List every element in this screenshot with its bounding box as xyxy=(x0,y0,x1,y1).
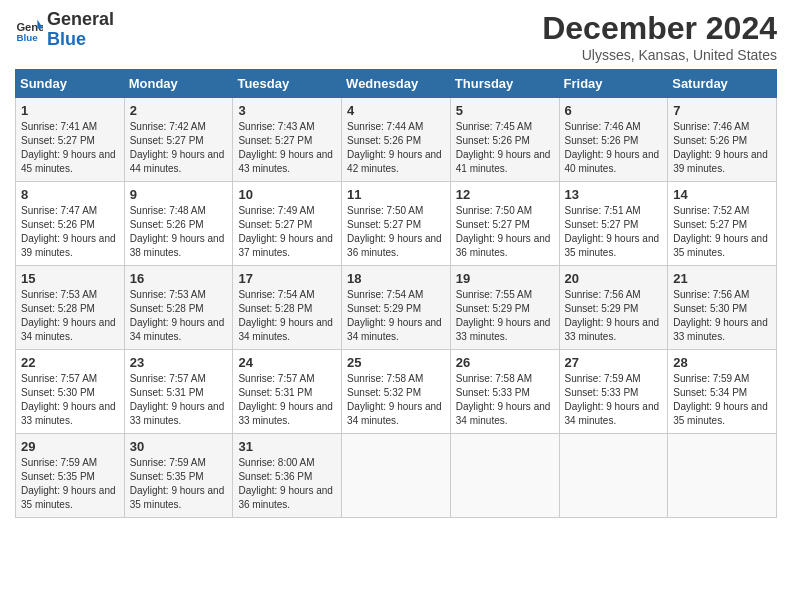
day-number: 6 xyxy=(565,103,663,118)
day-info: Sunrise: 7:43 AM Sunset: 5:27 PM Dayligh… xyxy=(238,120,336,176)
page-header: General Blue General Blue December 2024 … xyxy=(15,10,777,63)
day-cell: 13Sunrise: 7:51 AM Sunset: 5:27 PM Dayli… xyxy=(559,182,668,266)
day-cell: 20Sunrise: 7:56 AM Sunset: 5:29 PM Dayli… xyxy=(559,266,668,350)
week-row-3: 15Sunrise: 7:53 AM Sunset: 5:28 PM Dayli… xyxy=(16,266,777,350)
day-cell: 25Sunrise: 7:58 AM Sunset: 5:32 PM Dayli… xyxy=(342,350,451,434)
day-info: Sunrise: 7:58 AM Sunset: 5:32 PM Dayligh… xyxy=(347,372,445,428)
col-header-thursday: Thursday xyxy=(450,70,559,98)
day-info: Sunrise: 7:52 AM Sunset: 5:27 PM Dayligh… xyxy=(673,204,771,260)
day-number: 27 xyxy=(565,355,663,370)
day-cell: 18Sunrise: 7:54 AM Sunset: 5:29 PM Dayli… xyxy=(342,266,451,350)
day-number: 7 xyxy=(673,103,771,118)
logo: General Blue General Blue xyxy=(15,10,114,50)
day-info: Sunrise: 7:48 AM Sunset: 5:26 PM Dayligh… xyxy=(130,204,228,260)
week-row-5: 29Sunrise: 7:59 AM Sunset: 5:35 PM Dayli… xyxy=(16,434,777,518)
day-cell xyxy=(450,434,559,518)
day-cell: 10Sunrise: 7:49 AM Sunset: 5:27 PM Dayli… xyxy=(233,182,342,266)
day-info: Sunrise: 7:46 AM Sunset: 5:26 PM Dayligh… xyxy=(565,120,663,176)
day-cell xyxy=(342,434,451,518)
day-info: Sunrise: 7:57 AM Sunset: 5:31 PM Dayligh… xyxy=(238,372,336,428)
day-cell: 15Sunrise: 7:53 AM Sunset: 5:28 PM Dayli… xyxy=(16,266,125,350)
day-cell: 24Sunrise: 7:57 AM Sunset: 5:31 PM Dayli… xyxy=(233,350,342,434)
day-info: Sunrise: 7:49 AM Sunset: 5:27 PM Dayligh… xyxy=(238,204,336,260)
day-cell: 31Sunrise: 8:00 AM Sunset: 5:36 PM Dayli… xyxy=(233,434,342,518)
day-number: 26 xyxy=(456,355,554,370)
day-info: Sunrise: 7:44 AM Sunset: 5:26 PM Dayligh… xyxy=(347,120,445,176)
day-number: 31 xyxy=(238,439,336,454)
day-info: Sunrise: 7:45 AM Sunset: 5:26 PM Dayligh… xyxy=(456,120,554,176)
day-info: Sunrise: 7:50 AM Sunset: 5:27 PM Dayligh… xyxy=(347,204,445,260)
day-number: 22 xyxy=(21,355,119,370)
day-cell: 28Sunrise: 7:59 AM Sunset: 5:34 PM Dayli… xyxy=(668,350,777,434)
day-info: Sunrise: 7:58 AM Sunset: 5:33 PM Dayligh… xyxy=(456,372,554,428)
day-info: Sunrise: 7:41 AM Sunset: 5:27 PM Dayligh… xyxy=(21,120,119,176)
day-cell: 26Sunrise: 7:58 AM Sunset: 5:33 PM Dayli… xyxy=(450,350,559,434)
week-row-1: 1Sunrise: 7:41 AM Sunset: 5:27 PM Daylig… xyxy=(16,98,777,182)
day-number: 14 xyxy=(673,187,771,202)
col-header-friday: Friday xyxy=(559,70,668,98)
day-number: 28 xyxy=(673,355,771,370)
day-cell: 29Sunrise: 7:59 AM Sunset: 5:35 PM Dayli… xyxy=(16,434,125,518)
day-cell: 9Sunrise: 7:48 AM Sunset: 5:26 PM Daylig… xyxy=(124,182,233,266)
day-number: 21 xyxy=(673,271,771,286)
day-number: 4 xyxy=(347,103,445,118)
day-number: 3 xyxy=(238,103,336,118)
calendar-table: SundayMondayTuesdayWednesdayThursdayFrid… xyxy=(15,69,777,518)
day-number: 2 xyxy=(130,103,228,118)
day-info: Sunrise: 7:53 AM Sunset: 5:28 PM Dayligh… xyxy=(21,288,119,344)
day-info: Sunrise: 7:47 AM Sunset: 5:26 PM Dayligh… xyxy=(21,204,119,260)
day-number: 13 xyxy=(565,187,663,202)
day-info: Sunrise: 7:50 AM Sunset: 5:27 PM Dayligh… xyxy=(456,204,554,260)
day-number: 9 xyxy=(130,187,228,202)
week-row-4: 22Sunrise: 7:57 AM Sunset: 5:30 PM Dayli… xyxy=(16,350,777,434)
day-number: 8 xyxy=(21,187,119,202)
day-cell xyxy=(559,434,668,518)
day-number: 17 xyxy=(238,271,336,286)
day-number: 20 xyxy=(565,271,663,286)
day-number: 12 xyxy=(456,187,554,202)
day-number: 29 xyxy=(21,439,119,454)
col-header-wednesday: Wednesday xyxy=(342,70,451,98)
day-cell: 3Sunrise: 7:43 AM Sunset: 5:27 PM Daylig… xyxy=(233,98,342,182)
col-header-monday: Monday xyxy=(124,70,233,98)
day-number: 10 xyxy=(238,187,336,202)
day-cell: 1Sunrise: 7:41 AM Sunset: 5:27 PM Daylig… xyxy=(16,98,125,182)
day-info: Sunrise: 7:54 AM Sunset: 5:29 PM Dayligh… xyxy=(347,288,445,344)
day-info: Sunrise: 7:56 AM Sunset: 5:30 PM Dayligh… xyxy=(673,288,771,344)
day-cell: 19Sunrise: 7:55 AM Sunset: 5:29 PM Dayli… xyxy=(450,266,559,350)
day-number: 16 xyxy=(130,271,228,286)
header-row: SundayMondayTuesdayWednesdayThursdayFrid… xyxy=(16,70,777,98)
day-number: 25 xyxy=(347,355,445,370)
day-cell: 23Sunrise: 7:57 AM Sunset: 5:31 PM Dayli… xyxy=(124,350,233,434)
day-cell: 8Sunrise: 7:47 AM Sunset: 5:26 PM Daylig… xyxy=(16,182,125,266)
day-cell: 5Sunrise: 7:45 AM Sunset: 5:26 PM Daylig… xyxy=(450,98,559,182)
day-number: 5 xyxy=(456,103,554,118)
day-number: 11 xyxy=(347,187,445,202)
col-header-saturday: Saturday xyxy=(668,70,777,98)
day-cell: 6Sunrise: 7:46 AM Sunset: 5:26 PM Daylig… xyxy=(559,98,668,182)
main-title: December 2024 xyxy=(542,10,777,47)
day-info: Sunrise: 7:46 AM Sunset: 5:26 PM Dayligh… xyxy=(673,120,771,176)
day-info: Sunrise: 7:59 AM Sunset: 5:35 PM Dayligh… xyxy=(21,456,119,512)
day-info: Sunrise: 7:59 AM Sunset: 5:35 PM Dayligh… xyxy=(130,456,228,512)
title-area: December 2024 Ulysses, Kansas, United St… xyxy=(542,10,777,63)
day-info: Sunrise: 7:51 AM Sunset: 5:27 PM Dayligh… xyxy=(565,204,663,260)
week-row-2: 8Sunrise: 7:47 AM Sunset: 5:26 PM Daylig… xyxy=(16,182,777,266)
subtitle: Ulysses, Kansas, United States xyxy=(542,47,777,63)
day-cell: 7Sunrise: 7:46 AM Sunset: 5:26 PM Daylig… xyxy=(668,98,777,182)
logo-text: General Blue xyxy=(47,10,114,50)
day-number: 24 xyxy=(238,355,336,370)
day-cell: 22Sunrise: 7:57 AM Sunset: 5:30 PM Dayli… xyxy=(16,350,125,434)
day-info: Sunrise: 7:56 AM Sunset: 5:29 PM Dayligh… xyxy=(565,288,663,344)
day-cell: 30Sunrise: 7:59 AM Sunset: 5:35 PM Dayli… xyxy=(124,434,233,518)
col-header-tuesday: Tuesday xyxy=(233,70,342,98)
day-info: Sunrise: 7:54 AM Sunset: 5:28 PM Dayligh… xyxy=(238,288,336,344)
svg-text:Blue: Blue xyxy=(16,32,38,43)
day-cell: 4Sunrise: 7:44 AM Sunset: 5:26 PM Daylig… xyxy=(342,98,451,182)
day-cell xyxy=(668,434,777,518)
day-info: Sunrise: 7:55 AM Sunset: 5:29 PM Dayligh… xyxy=(456,288,554,344)
day-cell: 14Sunrise: 7:52 AM Sunset: 5:27 PM Dayli… xyxy=(668,182,777,266)
day-cell: 17Sunrise: 7:54 AM Sunset: 5:28 PM Dayli… xyxy=(233,266,342,350)
day-cell: 2Sunrise: 7:42 AM Sunset: 5:27 PM Daylig… xyxy=(124,98,233,182)
day-cell: 11Sunrise: 7:50 AM Sunset: 5:27 PM Dayli… xyxy=(342,182,451,266)
